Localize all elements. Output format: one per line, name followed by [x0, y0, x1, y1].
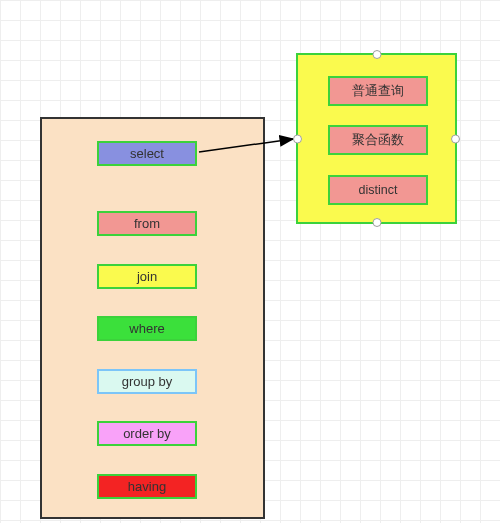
resize-handle-top[interactable]	[372, 50, 381, 59]
sql-groupby-label: group by	[122, 374, 173, 389]
detail-distinct-node[interactable]: distinct	[328, 175, 428, 205]
diagram-canvas[interactable]: select from join where group by order by…	[0, 0, 500, 523]
sql-join-label: join	[137, 269, 157, 284]
sql-groupby-node[interactable]: group by	[97, 369, 197, 394]
sql-orderby-label: order by	[123, 426, 171, 441]
sql-from-label: from	[134, 216, 160, 231]
sql-having-node[interactable]: having	[97, 474, 197, 499]
sql-where-label: where	[129, 321, 164, 336]
sql-where-node[interactable]: where	[97, 316, 197, 341]
resize-handle-bottom[interactable]	[372, 218, 381, 227]
sql-clauses-container[interactable]: select from join where group by order by…	[40, 117, 265, 519]
sql-select-label: select	[130, 146, 164, 161]
sql-having-label: having	[128, 479, 166, 494]
sql-select-node[interactable]: select	[97, 141, 197, 166]
detail-normal-query-node[interactable]: 普通查询	[328, 76, 428, 106]
detail-distinct-label: distinct	[359, 183, 398, 197]
detail-normal-query-label: 普通查询	[352, 83, 404, 100]
sql-from-node[interactable]: from	[97, 211, 197, 236]
sql-join-node[interactable]: join	[97, 264, 197, 289]
detail-aggregate-label: 聚合函数	[352, 132, 404, 149]
sql-orderby-node[interactable]: order by	[97, 421, 197, 446]
detail-aggregate-node[interactable]: 聚合函数	[328, 125, 428, 155]
resize-handle-right[interactable]	[451, 134, 460, 143]
select-detail-container[interactable]: 普通查询 聚合函数 distinct	[296, 53, 457, 224]
resize-handle-left[interactable]	[293, 134, 302, 143]
